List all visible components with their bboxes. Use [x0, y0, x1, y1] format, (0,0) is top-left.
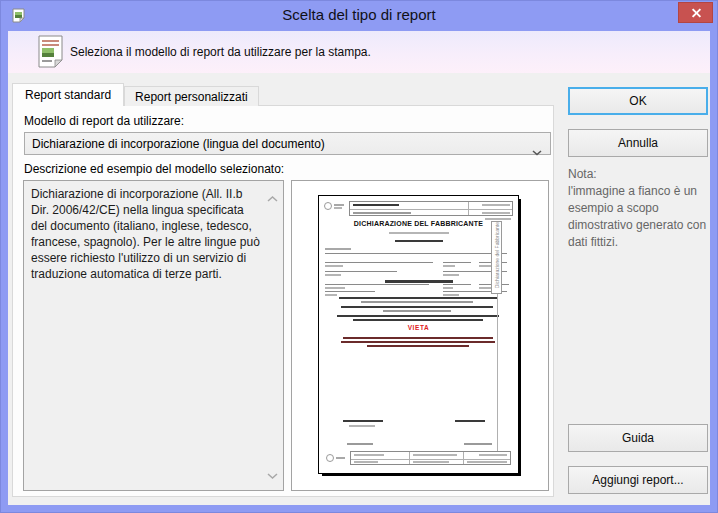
- doc-line: [482, 204, 510, 206]
- doc-line: [343, 420, 383, 422]
- chevron-down-icon[interactable]: [267, 465, 278, 483]
- doc-line: [341, 306, 493, 308]
- description-label: Descrizione ed esempio del modello selez…: [24, 162, 284, 176]
- doc-line: [395, 240, 443, 242]
- close-icon: [690, 7, 701, 18]
- doc-header-table: [349, 201, 513, 216]
- note-block: Nota: l'immagine a fianco è un esempio a…: [568, 166, 716, 251]
- doc-line: [482, 212, 510, 214]
- model-label: Modello di report da utilizzare:: [24, 114, 184, 128]
- doc-table-divider: [409, 452, 410, 464]
- doc-line: [383, 310, 451, 312]
- doc-table-divider: [350, 209, 512, 210]
- chevron-up-icon[interactable]: [267, 188, 278, 206]
- doc-line: [467, 461, 507, 463]
- doc-field-line: [443, 262, 471, 263]
- doc-line: [443, 274, 459, 276]
- dialog-body: Report standard Report personalizzati Mo…: [8, 73, 710, 505]
- doc-line: [339, 297, 497, 299]
- note-label: Nota:: [568, 166, 716, 183]
- titlebar[interactable]: Scelta del tipo di report: [1, 1, 717, 31]
- doc-line: [479, 454, 507, 456]
- doc-line: [385, 280, 453, 283]
- cancel-button[interactable]: Annulla: [568, 129, 708, 157]
- doc-line: [455, 420, 485, 422]
- doc-line: [361, 301, 473, 303]
- doc-line: [334, 207, 342, 209]
- doc-line: [479, 287, 491, 289]
- header-message: Seleziona il modello di report da utiliz…: [70, 45, 371, 59]
- dialog-window: Scelta del tipo di report Seleziona il m…: [0, 0, 718, 513]
- report-model-combobox[interactable]: Dichiarazione di incorporazione (lingua …: [24, 132, 551, 155]
- doc-footer-table: [350, 451, 511, 465]
- doc-line: [443, 265, 455, 267]
- doc-line: [413, 461, 449, 463]
- window-title: Scelta del tipo di report: [1, 6, 717, 23]
- doc-title: DICHIARAZIONE DEL FABBRICANTE: [319, 220, 518, 227]
- doc-line: [347, 443, 373, 445]
- doc-line: [464, 443, 492, 445]
- tab-label: Report standard: [25, 88, 111, 102]
- doc-line: [343, 337, 493, 339]
- doc-line: [325, 287, 345, 289]
- doc-line: [336, 457, 345, 459]
- doc-line: [353, 212, 411, 214]
- doc-line: [325, 248, 351, 250]
- add-report-button[interactable]: Aggiungi report...: [568, 466, 708, 494]
- description-textbox[interactable]: Dichiarazione di incorporazione (All. II…: [23, 180, 284, 491]
- doc-line: [367, 345, 469, 347]
- tab-report-standard[interactable]: Report standard: [12, 83, 124, 106]
- doc-side-text: Dichiarazione del Fabbricante: [493, 222, 502, 288]
- tab-label: Report personalizzati: [135, 90, 248, 104]
- doc-table-divider: [463, 452, 464, 464]
- report-document-icon: [37, 35, 65, 68]
- tab-page: Modello di report da utilizzare: Dichiar…: [12, 105, 554, 497]
- tab-strip: Report standard Report personalizzati: [12, 83, 259, 106]
- doc-line: [334, 204, 344, 206]
- doc-line: [353, 319, 483, 321]
- doc-line: [354, 454, 384, 456]
- help-button[interactable]: Guida: [568, 424, 708, 452]
- doc-line: [337, 315, 499, 317]
- doc-field-line: [325, 271, 397, 272]
- doc-table-divider: [468, 202, 469, 215]
- doc-logo: [324, 202, 332, 210]
- doc-field-line: [325, 284, 429, 285]
- doc-margin-line: [497, 294, 498, 451]
- doc-side-label: Dichiarazione del Fabbricante: [491, 221, 502, 294]
- doc-line: [389, 232, 449, 234]
- doc-line: [353, 204, 399, 206]
- doc-field-line: [325, 262, 433, 263]
- doc-line: [341, 341, 495, 343]
- doc-line: [349, 425, 375, 427]
- doc-field-line: [325, 291, 375, 292]
- doc-line: [325, 265, 343, 267]
- doc-line: [443, 287, 453, 289]
- doc-line: [325, 274, 341, 276]
- description-text: Dichiarazione di incorporazione (All. II…: [31, 186, 261, 282]
- doc-field-line: [443, 284, 471, 285]
- close-button[interactable]: [678, 2, 713, 23]
- report-preview-panel: DICHIARAZIONE DEL FABBRICANTE: [291, 180, 549, 491]
- doc-table-divider: [351, 459, 510, 460]
- ok-button[interactable]: OK: [568, 87, 708, 115]
- doc-field-line: [325, 253, 507, 254]
- doc-line: [325, 294, 337, 296]
- doc-warning-text: VIETA: [319, 324, 518, 331]
- note-text: l'immagine a fianco è un esempio a scopo…: [568, 183, 716, 251]
- sample-document-preview: DICHIARAZIONE DEL FABBRICANTE: [318, 195, 519, 474]
- doc-line: [354, 461, 378, 463]
- doc-line: [413, 454, 457, 456]
- tab-report-personalizzati[interactable]: Report personalizzati: [124, 86, 259, 106]
- doc-logo: [326, 454, 334, 462]
- doc-line: [443, 294, 459, 296]
- combobox-selected-value: Dichiarazione di incorporazione (lingua …: [32, 137, 325, 151]
- chevron-down-icon: [532, 142, 542, 160]
- header-banner: Seleziona il modello di report da utiliz…: [8, 31, 710, 73]
